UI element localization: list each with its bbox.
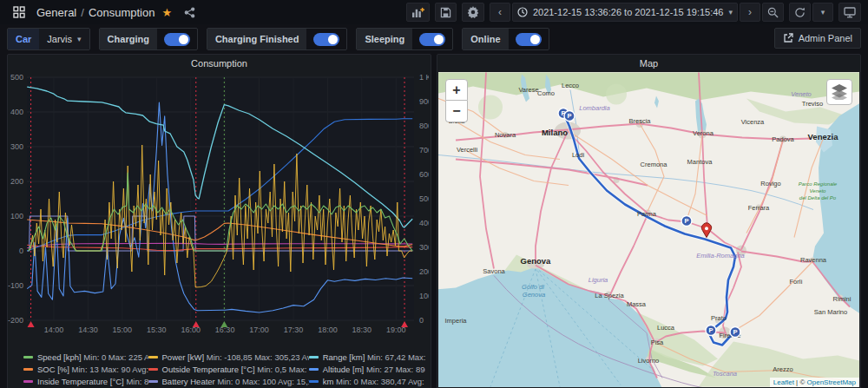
map-canvas[interactable]: BiellaVareseComoLeccoLombardiaMilanoNova… <box>438 72 859 387</box>
charging-finished-toggle[interactable] <box>313 33 339 46</box>
map-label-golfo-di: Golfo di <box>522 283 544 291</box>
map-label-arezzo: Arezzo <box>773 365 792 373</box>
map-label-lecco: Lecco <box>562 82 579 89</box>
map-label-prato: Prato <box>711 314 727 322</box>
map-label-emilia-romagna: Emilia-Romagna <box>696 252 744 260</box>
y-right-tick-label: 500 <box>419 194 429 203</box>
legend-item-battery-heater[interactable]: Battery Heater Min: 0 Max: 100 Avg: 15,1… <box>148 376 309 388</box>
y-left-tick-label: 400 <box>10 108 23 116</box>
p-glyph: P <box>708 326 713 334</box>
legend-item-soc[interactable]: SOC [%] Min: 13 Max: 90 Avg: 49,89 <box>23 364 148 376</box>
kiosk-mode-button[interactable] <box>838 3 861 22</box>
legend-swatch-altitude <box>309 368 319 371</box>
map-label-novara: Novara <box>495 131 516 139</box>
map-label-mantova: Mantova <box>687 158 713 166</box>
legend-stats: Min: 0 Max: 380,47 Avg: 204,68 <box>336 377 425 386</box>
legend-label: km <box>323 377 336 386</box>
add-panel-button[interactable] <box>406 3 430 22</box>
y-left-tick-label: -100 <box>8 281 23 290</box>
y-right-tick-label: 400 <box>419 219 429 227</box>
map-marker-p-5[interactable]: P <box>730 327 740 338</box>
time-range-label: 2021-12-15 13:36:26 to 2021-12-15 19:15:… <box>533 7 724 17</box>
admin-panel-label: Admin Panel <box>799 33 852 43</box>
car-variable-dropdown[interactable]: Jarvis ▾ <box>39 29 89 49</box>
consumption-panel-title[interactable]: Consumption <box>8 55 431 72</box>
legend-label: Inside Temperature [°C] <box>37 377 126 386</box>
map-marker-p-1[interactable]: P <box>564 111 575 122</box>
legend-stats: Min: 0 Max: 100 Avg: 15,13 <box>217 377 308 386</box>
map-zoom-in-button[interactable]: + <box>445 79 468 101</box>
legend-label: Speed [kph] <box>37 352 83 362</box>
map-label-massa: Massa <box>627 300 647 308</box>
charging-finished-toggle-group: Charging Finished <box>207 28 348 50</box>
map-zoom-out-button[interactable]: − <box>445 101 468 122</box>
map-svg[interactable]: BiellaVareseComoLeccoLombardiaMilanoNova… <box>438 72 859 387</box>
annotation-marker[interactable] <box>28 321 35 327</box>
y-left-tick-label: 100 <box>10 212 23 220</box>
annotation-marker[interactable] <box>220 321 227 327</box>
consumption-panel: Consumption 5004003002001000-100-20014:0… <box>7 54 431 388</box>
legend-item-inside-temperature[interactable]: Inside Temperature [°C] Min: 8,2 Max: 21… <box>23 376 148 388</box>
charging-toggle[interactable] <box>164 33 190 46</box>
map-marker-p-2[interactable]: P <box>681 216 692 227</box>
legend-item-km[interactable]: km Min: 0 Max: 380,47 Avg: 204,68 <box>309 376 425 388</box>
save-dashboard-button[interactable] <box>435 3 457 22</box>
time-range-forward-button[interactable]: › <box>740 3 760 22</box>
map-panel-title[interactable]: Map <box>437 55 860 72</box>
legend-stats: Min: 13 Max: 90 Avg: 49,89 <box>72 365 148 374</box>
y-left-tick-label: 200 <box>10 177 23 186</box>
legend-label: Power [kW] <box>162 352 207 362</box>
legend-item-range[interactable]: Range [km] Min: 67,42 Max: 471,92 Avg: 2… <box>309 352 425 364</box>
legend-stats: Min: 67,42 Max: 471,92 Avg: 266,13 <box>367 352 425 362</box>
map-label-savona: Savona <box>483 267 505 275</box>
y-right-tick-label: 200 <box>419 267 429 276</box>
legend-item-power[interactable]: Power [kW] Min: -108,85 Max: 305,23 Avg:… <box>148 352 309 364</box>
consumption-chart[interactable]: 5004003002001000-100-20014:0014:3015:001… <box>8 72 429 346</box>
leaflet-link[interactable]: Leaflet <box>773 378 794 386</box>
favorite-star-icon[interactable]: ★ <box>161 6 172 19</box>
y-left-tick-label: -200 <box>8 316 23 325</box>
online-toggle[interactable] <box>516 33 542 46</box>
dashboards-grid-icon[interactable] <box>9 3 30 22</box>
openstreetmap-link[interactable]: OpenStreetMap <box>807 378 856 386</box>
map-label-imperia: Imperia <box>444 317 467 325</box>
map-layers-button[interactable] <box>826 79 852 105</box>
refresh-button[interactable] <box>789 3 811 22</box>
sleeping-toggle-group: Sleeping <box>356 28 453 50</box>
legend-stats: Min: -108,85 Max: 305,23 Avg: 17,95 <box>207 352 309 362</box>
map-attribution: Leaflet | © OpenStreetMap <box>770 378 859 387</box>
annotation-marker[interactable] <box>401 321 408 327</box>
time-range-picker[interactable]: 2021-12-15 13:36:26 to 2021-12-15 19:15:… <box>512 3 738 22</box>
admin-panel-button[interactable]: Admin Panel <box>774 28 861 49</box>
dashboard-settings-button[interactable] <box>462 3 484 22</box>
sleeping-toggle[interactable] <box>419 33 445 46</box>
legend-item-speed[interactable]: Speed [kph] Min: 0 Max: 225 Avg: 85,62 <box>23 352 148 364</box>
charging-finished-toggle-label: Charging Finished <box>207 29 307 49</box>
share-icon[interactable] <box>179 3 200 22</box>
map-label-cremona: Cremona <box>641 161 668 168</box>
breadcrumb: General / Consumption <box>36 6 155 19</box>
y-right-tick-label: 300 <box>419 243 429 252</box>
legend-item-altitude[interactable]: Altitude [m] Min: 27 Max: 896 Avg: 123 <box>309 364 425 376</box>
refresh-interval-dropdown[interactable]: ▾ <box>812 3 833 22</box>
legend-label: SOC [%] <box>37 365 72 374</box>
legend-swatch-outside-temperature <box>148 368 158 371</box>
charging-toggle-group: Charging <box>99 28 198 50</box>
consumption-legend: Speed [kph] Min: 0 Max: 225 Avg: 85,62Po… <box>8 350 431 388</box>
breadcrumb-page[interactable]: Consumption <box>89 6 155 19</box>
map-label-lucca: Lucca <box>657 324 675 332</box>
time-range-back-button[interactable]: ‹ <box>490 3 510 22</box>
time-zoom-out-button[interactable] <box>762 3 784 22</box>
legend-swatch-power <box>148 356 158 358</box>
legend-swatch-inside-temperature <box>23 380 33 383</box>
y-right-tick-label: 700 <box>419 146 429 155</box>
breadcrumb-folder[interactable]: General <box>36 6 76 19</box>
annotation-marker[interactable] <box>193 321 200 327</box>
legend-item-outside-temperature[interactable]: Outside Temperature [°C] Min: 0,5 Max: 1… <box>148 364 309 376</box>
car-variable-label: Car <box>8 29 39 49</box>
map-label-livorno: Livorno <box>638 357 660 365</box>
map-marker-p-4[interactable]: P <box>706 326 716 336</box>
sub-nav: Car Jarvis ▾ Charging Charging Finished … <box>0 24 868 52</box>
map-label-varese: Varese <box>518 86 538 94</box>
map-label-vercelli: Vercelli <box>457 146 478 154</box>
